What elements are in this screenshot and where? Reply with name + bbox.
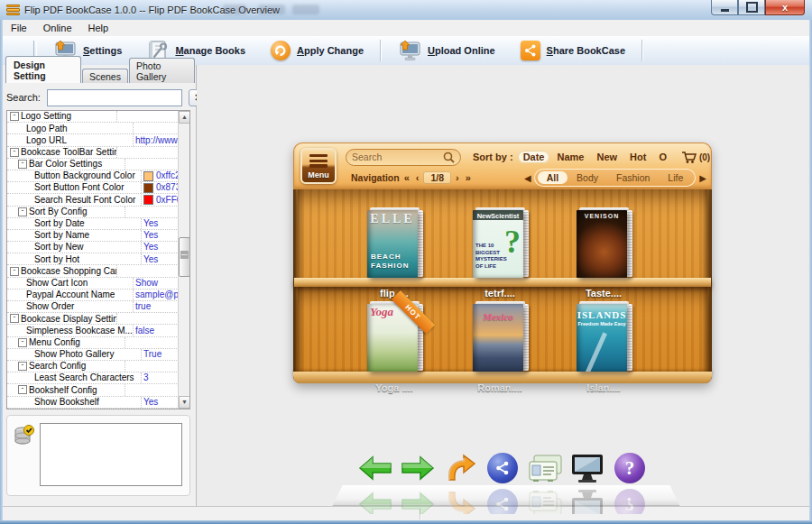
- property-row[interactable]: Sort by NewYes: [7, 242, 179, 253]
- collapse-icon[interactable]: -: [10, 314, 19, 323]
- property-value-cell[interactable]: 0xffc276: [142, 170, 179, 181]
- redo-icon[interactable]: [442, 451, 478, 485]
- property-value-cell[interactable]: Yes: [142, 253, 179, 264]
- tab-scenes[interactable]: Scenes: [82, 69, 128, 83]
- property-value-cell[interactable]: [125, 361, 179, 372]
- property-row[interactable]: -Menu Config: [7, 337, 179, 349]
- maximize-button[interactable]: [738, 0, 765, 15]
- screen-icon[interactable]: [569, 451, 605, 485]
- property-value-cell[interactable]: Show: [134, 278, 179, 289]
- collapse-icon[interactable]: -: [18, 207, 27, 216]
- forward-arrow-icon[interactable]: [400, 451, 436, 485]
- scrollbar[interactable]: ▲ ▼: [178, 111, 189, 409]
- collapse-icon[interactable]: -: [10, 148, 19, 157]
- property-row[interactable]: Sort by DateYes: [7, 218, 179, 230]
- category-fashion[interactable]: Fashion: [607, 171, 659, 184]
- property-value-cell[interactable]: Yes: [142, 397, 179, 408]
- book-newscientist[interactable]: NewScientistTHE 10BIGGESTMYSTERIESOF LIF…: [473, 207, 529, 278]
- collapse-icon[interactable]: -: [10, 267, 19, 276]
- category-body[interactable]: Body: [567, 171, 607, 184]
- property-value-cell[interactable]: [125, 384, 179, 395]
- property-value-cell[interactable]: [117, 147, 179, 158]
- share-bookcase-button[interactable]: Share BookCase: [508, 38, 638, 63]
- menu-help[interactable]: Help: [80, 23, 117, 33]
- scroll-thumb[interactable]: [179, 237, 190, 277]
- property-row[interactable]: -Sort By Config: [7, 207, 179, 218]
- prev-page-button[interactable]: ‹: [414, 172, 421, 183]
- property-row[interactable]: Sort Button Font Color0x873700: [7, 182, 179, 194]
- first-page-button[interactable]: «: [402, 172, 411, 183]
- category-next-icon[interactable]: ▶: [699, 173, 706, 183]
- scroll-up-icon[interactable]: ▲: [179, 111, 190, 124]
- property-value-cell[interactable]: [117, 265, 179, 276]
- share-sphere-icon[interactable]: [484, 451, 521, 485]
- property-value-cell[interactable]: [125, 337, 179, 348]
- property-row[interactable]: -Bar Color Settings: [7, 159, 179, 170]
- help-icon[interactable]: ?: [612, 451, 648, 485]
- property-value-cell[interactable]: http://www.flipb...: [134, 134, 179, 145]
- property-row[interactable]: Button Background Color0xffc276: [7, 170, 179, 182]
- property-row[interactable]: Show BookshelfYes: [7, 397, 179, 409]
- tab-photo-gallery[interactable]: Photo Gallery: [129, 58, 195, 83]
- property-row[interactable]: -Logo Setting: [7, 111, 179, 123]
- search-input[interactable]: [47, 89, 182, 106]
- collapse-icon[interactable]: -: [18, 362, 27, 371]
- property-value-cell[interactable]: [117, 111, 179, 122]
- property-value-cell[interactable]: [125, 409, 179, 409]
- sort-option-hot[interactable]: Hot: [624, 151, 651, 163]
- property-value-cell[interactable]: sample@pay.com: [134, 290, 179, 300]
- book-islands[interactable]: ISLANDSFreedom Made Easy: [577, 301, 632, 372]
- property-value-cell[interactable]: Yes: [142, 230, 179, 241]
- next-page-button[interactable]: ›: [454, 172, 461, 183]
- property-row[interactable]: -Bookcase Shopping Cart S...: [7, 265, 179, 277]
- sort-option-o[interactable]: O: [653, 151, 672, 163]
- menu-online[interactable]: Online: [35, 23, 80, 33]
- cart-button[interactable]: (0): [681, 151, 710, 164]
- book-yoga[interactable]: YogaHOT: [367, 301, 423, 372]
- minimize-button[interactable]: [711, 0, 738, 15]
- book-elle[interactable]: ELLEBEACHFASHION: [367, 207, 423, 278]
- menu-file[interactable]: File: [3, 23, 35, 33]
- property-row[interactable]: -Bookcase Display Settings: [7, 313, 179, 325]
- category-life[interactable]: Life: [659, 171, 692, 184]
- book-venison[interactable]: VENISON: [577, 207, 632, 278]
- bookcase-search-box[interactable]: Search: [346, 149, 461, 166]
- property-value-cell[interactable]: True: [142, 349, 179, 360]
- property-row[interactable]: Sort by HotYes: [7, 253, 179, 265]
- property-row[interactable]: Show Ordertrue: [7, 301, 179, 313]
- property-row[interactable]: Show Cart IconShow: [7, 278, 179, 290]
- property-row[interactable]: Logo Path: [7, 123, 179, 134]
- back-arrow-icon[interactable]: [357, 451, 393, 485]
- category-all[interactable]: All: [538, 171, 567, 184]
- property-value-cell[interactable]: 0xFF0000: [142, 194, 179, 205]
- apply-change-button[interactable]: Apply Change: [258, 38, 376, 63]
- property-value-cell[interactable]: Yes: [142, 242, 179, 253]
- contacts-icon[interactable]: [527, 451, 563, 485]
- property-value-cell[interactable]: 0x873700: [142, 182, 179, 193]
- property-row[interactable]: -Bookcase ToolBar Settings: [7, 147, 179, 159]
- upload-online-button[interactable]: Upload Online: [385, 38, 508, 63]
- tab-design-setting[interactable]: Design Setting: [5, 56, 81, 83]
- property-row[interactable]: Search Result Font Color0xFF0000: [7, 194, 179, 206]
- book-mexico[interactable]: Mexico: [473, 301, 529, 372]
- property-value-cell[interactable]: false: [134, 325, 179, 336]
- property-row[interactable]: Least Search Characters3: [7, 372, 179, 384]
- last-page-button[interactable]: »: [464, 172, 473, 183]
- sort-option-new[interactable]: New: [591, 151, 623, 163]
- property-row[interactable]: Paypal Account Namesample@pay.com: [7, 290, 179, 301]
- bookcase-menu-button[interactable]: Menu: [300, 148, 337, 184]
- property-row[interactable]: -Book Config: [7, 409, 179, 409]
- property-row[interactable]: -Bookshelf Config: [7, 384, 179, 396]
- sort-option-name[interactable]: Name: [551, 151, 589, 163]
- property-row[interactable]: Show Photo GalleryTrue: [7, 349, 179, 361]
- property-value-cell[interactable]: true: [134, 301, 179, 312]
- property-row[interactable]: -Search Config: [7, 361, 179, 372]
- close-button[interactable]: x: [765, 0, 805, 15]
- property-row[interactable]: Logo URLhttp://www.flipb...: [7, 134, 179, 146]
- property-row[interactable]: Sort by NameYes: [7, 230, 179, 242]
- collapse-icon[interactable]: -: [18, 385, 27, 394]
- property-value-cell[interactable]: Yes: [142, 218, 179, 229]
- property-value-cell[interactable]: [134, 123, 179, 133]
- property-row[interactable]: Simpleness Bookcase M...false: [7, 325, 179, 336]
- property-value-cell[interactable]: 3: [142, 372, 179, 383]
